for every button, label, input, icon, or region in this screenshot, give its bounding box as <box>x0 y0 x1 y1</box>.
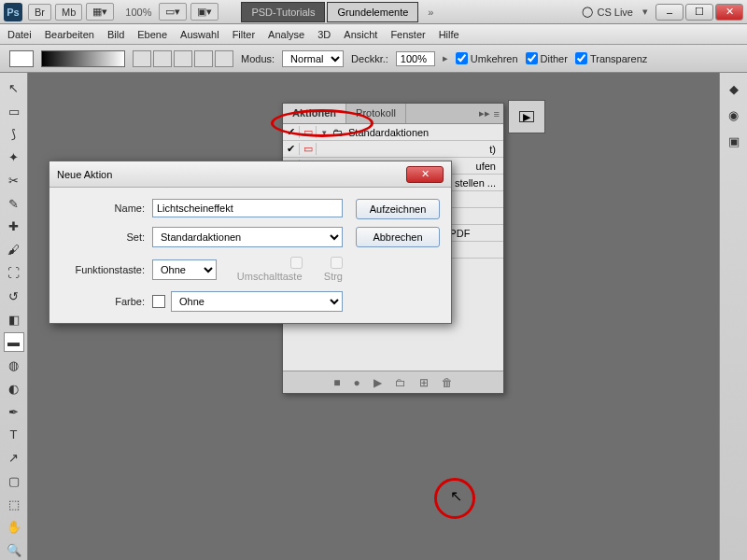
stop-icon[interactable]: ■ <box>333 376 340 389</box>
new-action-icon[interactable]: ⊞ <box>419 376 429 389</box>
panel-tabs: Aktionen Protokoll ▸▸≡ <box>283 104 503 124</box>
zoom-tool[interactable]: 🔍 <box>4 540 24 560</box>
move-tool[interactable]: ↖ <box>4 78 24 98</box>
document-tab-2[interactable]: Grundelemente <box>327 2 418 22</box>
name-label: Name: <box>61 203 145 214</box>
menu-auswahl[interactable]: Auswahl <box>180 29 219 40</box>
eraser-tool[interactable]: ◧ <box>4 310 24 329</box>
tools-panel: ↖ ▭ ⟆ ✦ ✂ ✎ ✚ 🖌 ⛶ ↺ ◧ ▬ ◍ ◐ ✒ T ↗ ▢ ⬚ ✋ … <box>0 73 28 560</box>
styles-icon[interactable]: ◉ <box>724 105 744 125</box>
cslive-button[interactable]: CS Live <box>597 7 633 18</box>
play-dock-icon: ▶ <box>519 111 534 122</box>
brush-tool[interactable]: 🖌 <box>4 240 24 259</box>
deckkraft-label: Deckkr.: <box>351 53 388 64</box>
panel-menu-icon[interactable]: ≡ <box>494 108 500 119</box>
dither-checkbox[interactable]: Dither <box>526 52 568 64</box>
trash-icon[interactable]: 🗑 <box>442 376 453 389</box>
umkehren-checkbox[interactable]: Umkehren <box>456 52 518 64</box>
zoom-level[interactable]: 100% <box>125 7 151 18</box>
title-bar: Ps Br Mb ▦▾ 100% ▭▾ ▣▾ PSD-Tutorials Gru… <box>0 0 747 24</box>
shape-tool[interactable]: ▢ <box>4 471 24 491</box>
tab-protokoll[interactable]: Protokoll <box>346 104 406 123</box>
cancel-button[interactable]: Abbrechen <box>356 227 440 247</box>
type-tool[interactable]: T <box>4 425 24 444</box>
bridge-button[interactable]: Br <box>28 4 51 21</box>
gradient-diamond-button[interactable] <box>215 50 233 67</box>
gradient-reflected-button[interactable] <box>194 50 213 67</box>
play-icon[interactable]: ▶ <box>374 376 382 389</box>
view-extras-button[interactable]: ▦▾ <box>86 3 114 21</box>
action-folder-row[interactable]: ✔▭ ▾🗀Standardaktionen <box>283 124 503 141</box>
tool-preset-picker[interactable] <box>9 50 34 67</box>
menu-bild[interactable]: Bild <box>107 29 124 40</box>
new-set-icon[interactable]: 🗀 <box>395 376 406 389</box>
3d-tool[interactable]: ⬚ <box>4 495 24 514</box>
wand-tool[interactable]: ✦ <box>4 147 24 167</box>
lasso-tool[interactable]: ⟆ <box>4 125 24 145</box>
deckkraft-dropdown-icon[interactable]: ▸ <box>443 52 448 64</box>
stamp-tool[interactable]: ⛶ <box>4 263 24 283</box>
heal-tool[interactable]: ✚ <box>4 217 24 237</box>
tab-aktionen[interactable]: Aktionen <box>283 104 346 123</box>
more-tabs-icon[interactable]: » <box>428 7 433 18</box>
farbe-label: Farbe: <box>61 296 145 307</box>
eyedropper-tool[interactable]: ✎ <box>4 194 24 214</box>
gradient-angle-button[interactable] <box>174 50 192 67</box>
deckkraft-input[interactable] <box>396 51 435 66</box>
modus-select[interactable]: Normal <box>282 50 344 67</box>
photoshop-icon: Ps <box>4 3 22 21</box>
menu-datei[interactable]: Datei <box>7 29 32 40</box>
menu-filter[interactable]: Filter <box>233 29 255 40</box>
panel-expand-icon[interactable]: ▸▸ <box>479 107 490 119</box>
minimize-button[interactable]: – <box>655 4 684 21</box>
blur-tool[interactable]: ◍ <box>4 356 24 375</box>
maximize-button[interactable]: ☐ <box>685 4 713 21</box>
dialog-titlebar[interactable]: Neue Aktion ✕ <box>49 161 451 188</box>
farbe-select[interactable]: Ohne <box>171 291 343 312</box>
transparenz-checkbox[interactable]: Transparenz <box>575 52 647 64</box>
record-icon[interactable]: ● <box>354 376 360 389</box>
menu-ebene[interactable]: Ebene <box>137 29 167 40</box>
menu-bar: Datei Bearbeiten Bild Ebene Auswahl Filt… <box>0 24 747 45</box>
menu-bearbeiten[interactable]: Bearbeiten <box>45 29 94 40</box>
crop-tool[interactable]: ✂ <box>4 171 24 190</box>
set-select[interactable]: Standardaktionen <box>152 227 343 247</box>
action-row-hidden1[interactable]: ✔▭ t) <box>283 141 503 158</box>
marquee-tool[interactable]: ▭ <box>4 102 24 121</box>
panel-dock[interactable]: ▶ <box>508 100 545 133</box>
document-tab-1[interactable]: PSD-Tutorials <box>241 2 325 22</box>
cslive-radio-icon: ◯ <box>582 6 593 18</box>
layers-icon[interactable]: ▣ <box>724 131 744 151</box>
options-bar: Modus: Normal Deckkr.: ▸ Umkehren Dither… <box>0 45 747 73</box>
arrange-button[interactable]: ▭▾ <box>159 3 187 21</box>
folder-icon: 🗀 <box>332 127 343 138</box>
pen-tool[interactable]: ✒ <box>4 402 24 422</box>
gradient-radial-button[interactable] <box>153 50 172 67</box>
hand-tool[interactable]: ✋ <box>4 518 24 538</box>
swatches-icon[interactable]: ◆ <box>724 78 744 99</box>
cslive-dropdown-icon[interactable]: ▾ <box>642 6 648 18</box>
menu-fenster[interactable]: Fenster <box>390 29 425 40</box>
dialog-close-button[interactable]: ✕ <box>406 166 444 183</box>
gradient-linear-button[interactable] <box>133 50 151 67</box>
farbe-swatch <box>152 295 165 308</box>
close-button[interactable]: ✕ <box>715 4 743 21</box>
record-button[interactable]: Aufzeichnen <box>356 199 440 219</box>
dodge-tool[interactable]: ◐ <box>4 379 24 399</box>
screen-mode-button[interactable]: ▣▾ <box>190 3 218 21</box>
menu-ansicht[interactable]: Ansicht <box>344 29 377 40</box>
history-brush-tool[interactable]: ↺ <box>4 287 24 306</box>
menu-hilfe[interactable]: Hilfe <box>439 29 459 40</box>
gradient-picker[interactable] <box>41 50 125 67</box>
dialog-title-text: Neue Aktion <box>57 169 112 180</box>
minibridge-button[interactable]: Mb <box>55 4 82 21</box>
gradient-tool[interactable]: ▬ <box>4 332 24 352</box>
name-input[interactable] <box>152 199 343 217</box>
path-tool[interactable]: ↗ <box>4 448 24 468</box>
set-label: Set: <box>61 231 145 243</box>
panel-footer: ■ ● ▶ 🗀 ⊞ 🗑 <box>283 371 503 393</box>
menu-3d[interactable]: 3D <box>317 29 331 40</box>
menu-analyse[interactable]: Analyse <box>268 29 304 40</box>
fn-select[interactable]: Ohne <box>152 259 217 280</box>
shift-checkbox: Umschalttaste <box>224 257 303 282</box>
